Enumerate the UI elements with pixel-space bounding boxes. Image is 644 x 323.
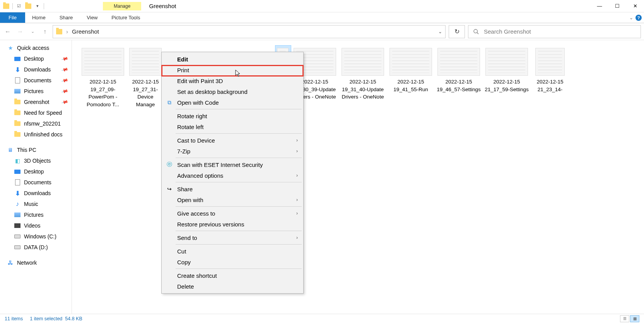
ctx-share[interactable]: ↪Share <box>162 184 303 194</box>
ctx-rotate-left[interactable]: Rotate left <box>162 121 303 132</box>
sidebar-item-desktop2[interactable]: Desktop <box>0 166 72 177</box>
sidebar-item-unfinished[interactable]: Unfinished docs <box>0 129 72 140</box>
sidebar-item-downloads[interactable]: ⬇Downloads📌 <box>0 64 72 75</box>
separator <box>176 269 302 269</box>
file-item[interactable]: 2022-12-15 19_41_55-Run <box>387 46 435 110</box>
documents-icon <box>15 77 20 83</box>
pin-icon: 📌 <box>61 87 69 95</box>
file-item[interactable]: 2022-12-15 19_27_31-Device Manage <box>127 46 164 110</box>
navigation-row: ← → ⌄ ↑ › Greenshot ⌄ ↻ Search Greenshot <box>0 23 644 40</box>
minimize-button[interactable]: ― <box>591 0 608 12</box>
address-dropdown-icon[interactable]: ⌄ <box>438 29 442 34</box>
ctx-cut[interactable]: Cut <box>162 246 303 257</box>
sidebar-label: Windows (C:) <box>24 233 56 240</box>
sidebar-item-pictures[interactable]: Pictures📌 <box>0 86 72 97</box>
sidebar-item-pictures2[interactable]: Pictures <box>0 209 72 220</box>
breadcrumb-current[interactable]: Greenshot <box>72 28 99 35</box>
tab-file[interactable]: File <box>0 12 25 23</box>
file-item[interactable]: 2022-12-15 19_31_40-Update Drivers - One… <box>339 46 387 110</box>
sidebar-item-desktop[interactable]: Desktop📌 <box>0 53 72 64</box>
svg-point-0 <box>474 29 477 33</box>
ctx-create-shortcut[interactable]: Create shortcut <box>162 270 303 281</box>
folder-icon <box>14 110 20 115</box>
recent-dropdown[interactable]: ⌄ <box>28 27 37 36</box>
sidebar-item-nfs[interactable]: Need for Speed <box>0 107 72 118</box>
back-button[interactable]: ← <box>3 27 12 36</box>
ctx-delete[interactable]: Delete <box>162 281 303 292</box>
sidebar-quick-access[interactable]: ★ Quick access <box>0 42 72 53</box>
maximize-button[interactable]: ☐ <box>608 0 626 12</box>
sidebar-label: Need for Speed <box>24 110 62 116</box>
pc-icon: 🖥 <box>7 147 14 153</box>
close-button[interactable]: ✕ <box>626 0 644 12</box>
ctx-restore[interactable]: Restore previous versions <box>162 219 303 230</box>
ctx-edit[interactable]: Edit <box>162 54 303 65</box>
address-bar[interactable]: › Greenshot ⌄ <box>53 25 446 38</box>
ribbon-expand-icon[interactable]: ⌄ <box>629 15 633 20</box>
sidebar-item-3dobjects[interactable]: ◧3D Objects <box>0 155 72 166</box>
ctx-give-access[interactable]: Give access to› <box>162 208 303 219</box>
sidebar-network[interactable]: 🖧Network <box>0 257 72 268</box>
sidebar-label: 3D Objects <box>24 158 51 164</box>
file-item[interactable]: 2022-12-15 19_46_57-Settings <box>435 46 483 110</box>
file-name: 2022-12-15 19_46_57-Settings <box>436 78 482 93</box>
ctx-desktop-bg[interactable]: Set as desktop background <box>162 86 303 97</box>
sidebar-item-downloads2[interactable]: ⬇Downloads <box>0 188 72 199</box>
sidebar-item-c-drive[interactable]: Windows (C:) <box>0 231 72 242</box>
ctx-open-with[interactable]: Open with› <box>162 194 303 205</box>
ctx-cast[interactable]: Cast to Device› <box>162 135 303 146</box>
sidebar-label: Quick access <box>17 45 49 51</box>
qat-properties-icon[interactable]: ☑ <box>16 3 22 9</box>
file-item[interactable]: 2022-12-15 21_17_59-Settings <box>483 46 531 110</box>
tab-share[interactable]: Share <box>53 12 80 23</box>
sidebar-label: Pictures <box>24 212 44 218</box>
separator <box>176 158 302 158</box>
sidebar-item-documents[interactable]: Documents📌 <box>0 75 72 86</box>
tab-picture-tools[interactable]: Picture Tools <box>104 12 147 23</box>
ctx-label: Give access to <box>177 210 215 217</box>
ctx-paint3d[interactable]: Edit with Paint 3D <box>162 75 303 86</box>
ctx-rotate-right[interactable]: Rotate right <box>162 110 303 121</box>
sidebar-label: Desktop <box>24 168 44 175</box>
sidebar-this-pc[interactable]: 🖥This PC <box>0 144 72 155</box>
up-button[interactable]: ↑ <box>40 27 50 36</box>
sidebar-item-greenshot[interactable]: Greenshot📌 <box>0 97 72 107</box>
search-box[interactable]: Search Greenshot <box>468 25 641 38</box>
file-item[interactable]: 2022-12-15 19_27_09-PowerPom - Pomodoro … <box>79 46 127 110</box>
ctx-copy[interactable]: Copy <box>162 257 303 267</box>
qat-dropdown-icon[interactable]: ▾ <box>34 3 41 9</box>
refresh-button[interactable]: ↻ <box>449 25 465 38</box>
ctx-7zip[interactable]: 7-Zip› <box>162 146 303 156</box>
sidebar-item-music[interactable]: ♪Music <box>0 199 72 209</box>
file-list-pane[interactable]: 2022-12-15 19_27_09-PowerPom - Pomodoro … <box>72 40 644 314</box>
status-selected: 1 item selected 54.8 KB <box>30 316 82 321</box>
thumbnail <box>389 48 432 76</box>
tab-view[interactable]: View <box>80 12 104 23</box>
separator <box>176 109 302 109</box>
ctx-eset[interactable]: ⓔScan with ESET Internet Security <box>162 159 303 170</box>
ctx-send-to[interactable]: Send to› <box>162 232 303 243</box>
forward-button[interactable]: → <box>15 27 25 36</box>
help-icon[interactable]: ? <box>635 15 642 21</box>
address-folder-icon <box>56 29 62 34</box>
sidebar-item-nfsmw[interactable]: nfsmw_202201 <box>0 118 72 129</box>
submenu-arrow-icon: › <box>296 235 298 240</box>
sidebar-item-d-drive[interactable]: DATA (D:) <box>0 242 72 253</box>
tab-home[interactable]: Home <box>25 12 53 23</box>
divider <box>12 3 13 9</box>
navigation-pane: ★ Quick access Desktop📌 ⬇Downloads📌 Docu… <box>0 40 72 314</box>
sidebar-item-videos[interactable]: Videos <box>0 220 72 231</box>
file-name: 2022-12-15 21_23_14- <box>531 78 569 93</box>
manage-contextual-tab[interactable]: Manage <box>103 2 141 10</box>
sidebar-label: Music <box>24 201 38 207</box>
qat-folder-icon[interactable] <box>25 3 31 9</box>
file-item[interactable]: 2022-12-15 21_23_14- <box>531 46 569 110</box>
ctx-print[interactable]: Print <box>162 65 303 75</box>
ctx-open-code[interactable]: ⧉Open with Code <box>162 97 303 108</box>
view-details-button[interactable]: ☰ <box>620 315 629 322</box>
ctx-advanced[interactable]: Advanced options› <box>162 170 303 181</box>
view-thumbnails-button[interactable]: ▦ <box>630 315 639 322</box>
svg-line-1 <box>477 32 478 34</box>
pin-icon: 📌 <box>61 76 69 84</box>
sidebar-item-documents2[interactable]: Documents <box>0 177 72 188</box>
